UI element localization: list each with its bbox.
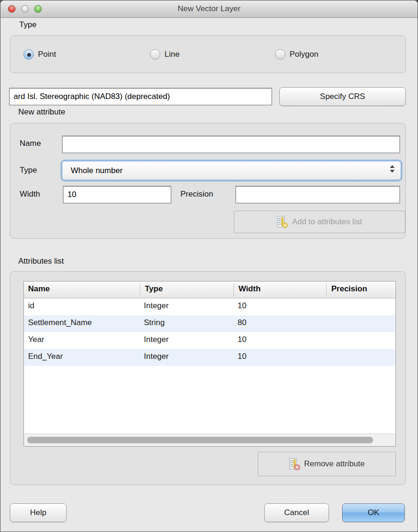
- column-divider[interactable]: [326, 283, 327, 296]
- col-header-type[interactable]: Type: [145, 284, 163, 294]
- type-group-label: Type: [19, 20, 37, 30]
- radio-line-circle-icon[interactable]: [150, 49, 160, 60]
- cell-width: 80: [238, 318, 246, 327]
- crs-input[interactable]: ard Isl. Stereographic (NAD83) (deprecat…: [9, 88, 272, 106]
- cell-type: Integer: [144, 301, 169, 311]
- radio-polygon-circle-icon[interactable]: [275, 49, 285, 60]
- type-groupbox: Point Line Polygon: [10, 35, 406, 73]
- remove-attribute-label: Remove attribute: [304, 459, 365, 469]
- col-header-width[interactable]: Width: [239, 284, 261, 294]
- radio-polygon-label: Polygon: [290, 50, 318, 59]
- precision-field-label: Precision: [180, 190, 213, 199]
- table-row[interactable]: Settlement_Name String 80: [24, 315, 396, 332]
- cell-name: Settlement_Name: [28, 318, 92, 327]
- remove-attribute-button[interactable]: Remove attribute: [258, 452, 396, 476]
- cell-width: 10: [238, 352, 246, 361]
- radio-point[interactable]: Point: [23, 49, 56, 60]
- cell-type: String: [144, 318, 164, 327]
- radio-point-label: Point: [38, 50, 56, 59]
- attribute-type-value: Whole number: [71, 166, 123, 175]
- horizontal-scrollbar-thumb[interactable]: [27, 437, 373, 443]
- radio-line[interactable]: Line: [150, 49, 179, 60]
- column-divider[interactable]: [140, 283, 140, 296]
- radio-point-circle-icon[interactable]: [23, 49, 34, 60]
- cell-type: Integer: [144, 335, 169, 344]
- titlebar[interactable]: New Vector Layer: [0, 0, 418, 18]
- name-field-label: Name: [20, 139, 41, 148]
- width-field-label: Width: [20, 190, 40, 199]
- col-header-precision[interactable]: Precision: [331, 284, 367, 294]
- cell-width: 10: [238, 335, 246, 344]
- window-title: New Vector Layer: [0, 4, 418, 14]
- type-field-label: Type: [20, 166, 37, 175]
- new-attribute-groupbox: Name Type Whole number Width 10 Precisio…: [10, 123, 406, 239]
- attribute-width-input[interactable]: 10: [63, 186, 172, 204]
- ok-button[interactable]: OK: [342, 503, 405, 522]
- attributes-list-groupbox: Name Type Width Precision id Integer 10 …: [10, 271, 406, 485]
- cell-type: Integer: [144, 352, 169, 361]
- help-button[interactable]: Help: [10, 503, 67, 522]
- radio-line-label: Line: [164, 50, 179, 59]
- cell-width: 10: [238, 301, 246, 311]
- remove-attribute-icon: [289, 458, 300, 471]
- radio-polygon[interactable]: Polygon: [275, 49, 318, 60]
- specify-crs-button[interactable]: Specify CRS: [279, 87, 406, 106]
- column-divider[interactable]: [233, 283, 234, 296]
- attribute-precision-input[interactable]: [235, 186, 400, 204]
- cancel-button[interactable]: Cancel: [264, 503, 329, 522]
- add-to-attributes-list-label: Add to attributes list: [292, 217, 362, 227]
- add-to-attributes-list-button[interactable]: Add to attributes list: [234, 211, 405, 233]
- new-vector-layer-dialog: New Vector Layer Type Point Line Polygon…: [0, 0, 418, 532]
- chevron-up-down-icon: [390, 165, 395, 173]
- new-attribute-group-label: New attribute: [18, 107, 65, 117]
- table-row[interactable]: End_Year Integer 10: [24, 349, 396, 366]
- horizontal-scrollbar[interactable]: [24, 433, 396, 446]
- cell-name: End_Year: [28, 352, 63, 361]
- attributes-table-header[interactable]: Name Type Width Precision: [24, 281, 396, 298]
- attributes-list-group-label: Attributes list: [18, 257, 64, 266]
- attribute-type-select[interactable]: Whole number: [62, 161, 401, 180]
- table-row[interactable]: id Integer 10: [24, 298, 396, 315]
- cell-name: id: [28, 301, 34, 311]
- attributes-table[interactable]: Name Type Width Precision id Integer 10 …: [23, 281, 396, 447]
- add-attribute-icon: [277, 216, 288, 228]
- cell-name: Year: [28, 335, 44, 344]
- col-header-name[interactable]: Name: [28, 284, 50, 294]
- attribute-name-input[interactable]: [62, 136, 400, 153]
- table-row[interactable]: Year Integer 10: [24, 332, 396, 349]
